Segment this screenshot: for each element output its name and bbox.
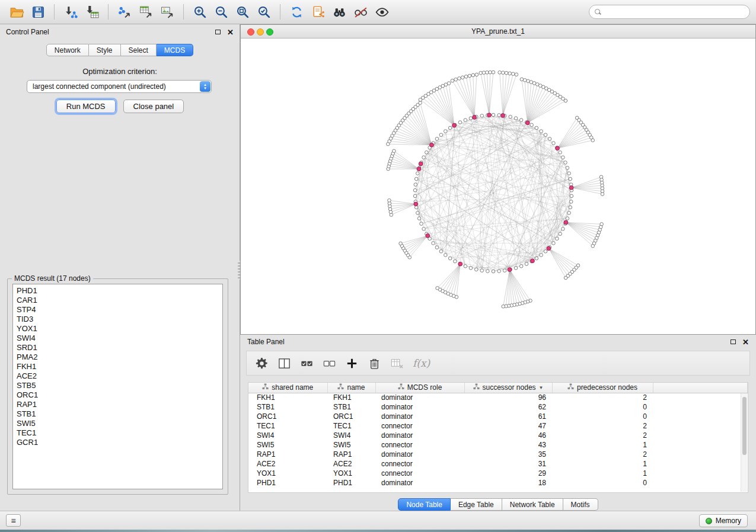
- table-row[interactable]: PHD1PHD1dominator180: [248, 478, 748, 488]
- network-graph[interactable]: [241, 39, 755, 334]
- column-header-predecessor-nodes[interactable]: predecessor nodes: [552, 383, 653, 393]
- mcds-result-item[interactable]: YOX1: [17, 324, 222, 334]
- run-mcds-button[interactable]: Run MCDS: [56, 100, 116, 113]
- table-tab-edge-table[interactable]: Edge Table: [451, 498, 502, 511]
- save-session-button[interactable]: [27, 2, 49, 21]
- control-tab-select[interactable]: Select: [121, 44, 157, 56]
- delete-column-icon[interactable]: [368, 357, 381, 370]
- export-image-icon: [160, 5, 175, 20]
- mcds-result-item[interactable]: TEC1: [17, 428, 222, 438]
- table-row[interactable]: FKH1FKH1dominator962: [248, 393, 748, 402]
- mcds-result-item[interactable]: SRD1: [17, 343, 222, 352]
- import-network-icon: [63, 5, 78, 20]
- mcds-result-list[interactable]: PHD1CAR1STP4TID3YOX1SWI4SRD1PMA2FKH1ACE2…: [12, 284, 223, 489]
- mcds-result-item[interactable]: CAR1: [17, 296, 222, 305]
- zoom-fit-button[interactable]: [232, 2, 253, 21]
- mcds-result-item[interactable]: FKH1: [17, 362, 222, 371]
- mcds-result-item[interactable]: STB1: [17, 409, 222, 419]
- binoculars-icon: [332, 5, 347, 20]
- column-header-name[interactable]: name: [327, 383, 375, 393]
- import-network-button[interactable]: [60, 2, 81, 21]
- search-icon: [595, 9, 601, 15]
- criterion-select[interactable]: largest connected component (undirected)…: [27, 80, 212, 93]
- mcds-result-item[interactable]: SWI5: [17, 419, 222, 428]
- import-table-button[interactable]: [81, 2, 103, 21]
- control-tab-mcds[interactable]: MCDS: [157, 44, 193, 56]
- scrollbar-thumb[interactable]: [742, 397, 747, 455]
- export-table-button[interactable]: [135, 2, 157, 21]
- table-scrollbar[interactable]: [741, 393, 747, 492]
- memory-button[interactable]: Memory: [699, 514, 748, 527]
- column-header-shared-name[interactable]: shared name: [248, 383, 327, 393]
- column-header-filler: [653, 383, 748, 393]
- main-toolbar: [0, 0, 756, 24]
- search-box: [589, 5, 750, 19]
- select-all-icon[interactable]: [300, 357, 314, 370]
- window-close-button[interactable]: [247, 28, 254, 36]
- find-button[interactable]: [328, 2, 350, 21]
- table-row[interactable]: SWI4SWI4dominator462: [248, 431, 748, 440]
- unselect-all-icon[interactable]: [323, 357, 336, 370]
- table-toolbar: f(x): [246, 351, 750, 376]
- control-panel-tabs: NetworkStyleSelectMCDS: [0, 44, 240, 56]
- window-minimize-button[interactable]: [257, 28, 264, 36]
- mcds-result-item[interactable]: STB5: [17, 381, 222, 390]
- mcds-result-item[interactable]: PMA2: [17, 352, 222, 362]
- table-row[interactable]: YOX1YOX1connector291: [248, 469, 748, 478]
- refresh-layout-button[interactable]: [286, 2, 307, 21]
- table-tab-network-table[interactable]: Network Table: [502, 498, 563, 511]
- search-input[interactable]: [604, 8, 744, 16]
- hide-results-button[interactable]: [350, 2, 371, 21]
- export-network-button[interactable]: [114, 2, 135, 21]
- import-table-icon: [85, 5, 100, 20]
- table-row[interactable]: RAP1RAP1dominator352: [248, 450, 748, 459]
- table-row[interactable]: ORC1ORC1dominator610: [248, 412, 748, 421]
- network-window-title: YPA_prune.txt_1: [471, 27, 525, 36]
- column-header-successor-nodes[interactable]: successor nodes▼: [464, 383, 552, 393]
- function-builder-icon: f(x): [413, 357, 430, 369]
- mcds-result-item[interactable]: ACE2: [17, 371, 222, 381]
- table-tab-node-table[interactable]: Node Table: [398, 498, 451, 511]
- task-history-button[interactable]: ≡: [6, 514, 21, 527]
- table-panel: Table Panel ✕ f(x) shared namenameMCDS r…: [240, 335, 756, 510]
- zoom-selected-icon: [257, 5, 272, 20]
- zoom-in-button[interactable]: [189, 2, 210, 21]
- mcds-result-item[interactable]: ORC1: [17, 390, 222, 400]
- add-column-icon[interactable]: [345, 357, 359, 370]
- control-panel-header: Control Panel ✕: [0, 24, 240, 40]
- window-maximize-button[interactable]: [266, 28, 273, 36]
- split-column-icon[interactable]: [277, 357, 291, 370]
- close-table-panel-icon[interactable]: ✕: [742, 338, 749, 346]
- float-panel-icon[interactable]: [215, 30, 221, 34]
- mcds-result-item[interactable]: PHD1: [17, 286, 222, 296]
- close-panel-button[interactable]: Close panel: [123, 100, 184, 113]
- export-image-button[interactable]: [157, 2, 178, 21]
- control-tab-network[interactable]: Network: [46, 44, 89, 56]
- network-window-titlebar[interactable]: YPA_prune.txt_1: [241, 25, 755, 39]
- zoom-out-button[interactable]: [210, 2, 232, 21]
- gear-icon[interactable]: [255, 357, 269, 370]
- table-row[interactable]: ACE2ACE2connector311: [248, 459, 748, 469]
- column-header-MCDS-role[interactable]: MCDS role: [375, 383, 464, 393]
- float-table-panel-icon[interactable]: [731, 339, 736, 344]
- control-tab-style[interactable]: Style: [89, 44, 121, 56]
- zoom-out-icon: [214, 5, 229, 20]
- attribute-icon: [473, 383, 480, 392]
- show-results-button[interactable]: [371, 2, 393, 21]
- table-row[interactable]: TEC1TEC1connector472: [248, 421, 748, 431]
- mcds-result-item[interactable]: TID3: [17, 315, 222, 324]
- mcds-result-item[interactable]: STP4: [17, 305, 222, 315]
- mcds-result-item[interactable]: GCR1: [17, 438, 222, 447]
- zoom-in-icon: [193, 5, 208, 20]
- zoom-selected-button[interactable]: [253, 2, 275, 21]
- open-session-button[interactable]: [6, 2, 27, 21]
- table-tab-motifs[interactable]: Motifs: [563, 498, 598, 511]
- mcds-result-item[interactable]: RAP1: [17, 400, 222, 409]
- table-row[interactable]: STB1STB1dominator620: [248, 402, 748, 412]
- export-network-icon: [117, 5, 132, 20]
- toolbar-separator: [183, 4, 184, 20]
- close-panel-icon[interactable]: ✕: [227, 28, 234, 36]
- mcds-result-item[interactable]: SWI4: [17, 334, 222, 343]
- share-document-button[interactable]: [307, 2, 328, 21]
- table-row[interactable]: SWI5SWI5connector431: [248, 440, 748, 450]
